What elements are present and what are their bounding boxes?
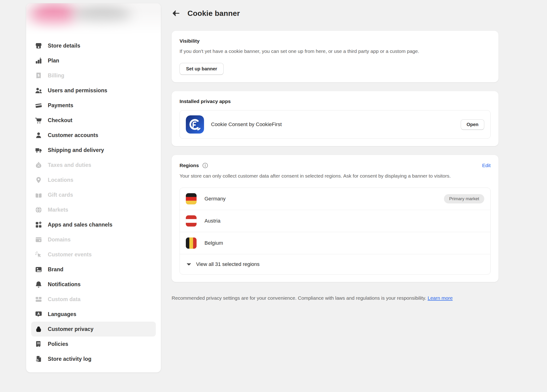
sidebar-item-customer-events: Customer events xyxy=(31,247,156,262)
flag-belgium-icon xyxy=(186,237,197,249)
sidebar-item-label: Gift cards xyxy=(48,192,73,198)
sidebar-item-label: Languages xyxy=(48,311,76,318)
svg-text:$: $ xyxy=(37,73,40,77)
sidebar-item-label: Store activity log xyxy=(48,356,91,362)
chevron-down-icon xyxy=(186,261,192,267)
sidebar-item-store-activity-log[interactable]: Store activity log xyxy=(31,351,156,366)
regions-card-title: Regions xyxy=(179,163,199,168)
set-up-banner-button[interactable]: Set up banner xyxy=(179,63,224,75)
main-content: Cookie banner Visibility If you don't ye… xyxy=(172,0,499,303)
store-header-blurred xyxy=(26,3,161,34)
sidebar-item-label: Customer events xyxy=(48,251,92,258)
sidebar-item-label: Customer privacy xyxy=(48,326,94,332)
sidebar-item-store-details[interactable]: Store details xyxy=(31,38,156,53)
region-name: Austria xyxy=(205,218,484,224)
sidebar-item-languages[interactable]: A Languages xyxy=(31,307,156,322)
sidebar-item-label: Taxes and duties xyxy=(48,162,91,168)
location-pin-icon xyxy=(35,176,42,184)
settings-nav: Store details Plan $ Billing Users and p… xyxy=(26,34,161,366)
sidebar-item-label: Notifications xyxy=(48,281,81,288)
edit-regions-link[interactable]: Edit xyxy=(482,163,491,168)
bell-icon xyxy=(35,281,42,288)
sidebar-item-label: Billing xyxy=(48,73,64,79)
primary-market-badge: Primary market xyxy=(444,194,484,203)
info-icon[interactable] xyxy=(202,162,208,169)
open-app-button[interactable]: Open xyxy=(461,119,484,130)
page-title: Cookie banner xyxy=(187,9,240,18)
sidebar-item-label: Checkout xyxy=(48,117,73,123)
sidebar-item-label: Brand xyxy=(48,266,63,273)
privacy-apps-card: Installed privacy apps Cookie Consent by… xyxy=(172,91,499,146)
apps-icon xyxy=(35,221,42,228)
svg-text:A: A xyxy=(37,312,40,315)
lock-icon xyxy=(35,325,42,333)
globe-icon xyxy=(35,206,42,214)
sidebar-item-customer-accounts[interactable]: Customer accounts xyxy=(31,128,156,143)
flag-austria-icon xyxy=(186,215,197,227)
region-name: Belgium xyxy=(205,240,484,246)
sidebar-item-notifications[interactable]: Notifications xyxy=(31,277,156,292)
regions-list: Germany Primary market Austria Belgium V… xyxy=(179,188,491,275)
sidebar-item-markets: Markets xyxy=(31,202,156,217)
back-button[interactable] xyxy=(172,9,180,18)
sidebar-item-users-and-permissions[interactable]: Users and permissions xyxy=(31,83,156,98)
sidebar-item-payments[interactable]: Payments xyxy=(31,98,156,113)
billing-icon: $ xyxy=(35,72,42,79)
domains-icon xyxy=(35,236,42,243)
regions-card: Regions Edit Your store can only collect… xyxy=(172,155,499,282)
users-icon xyxy=(35,87,42,94)
privacy-app-row: Cookie Consent by CookieFirst Open xyxy=(179,110,491,139)
visibility-card: Visibility If you don't yet have a cooki… xyxy=(172,31,499,82)
view-all-regions-label: View all 31 selected regions xyxy=(196,261,260,267)
payments-icon xyxy=(35,102,42,109)
sidebar-item-domains: Domains xyxy=(31,232,156,247)
sidebar-item-plan[interactable]: Plan xyxy=(31,53,156,68)
page-header: Cookie banner xyxy=(172,9,499,18)
sidebar-item-brand[interactable]: Brand xyxy=(31,262,156,277)
person-icon xyxy=(35,132,42,139)
sidebar-item-label: Customer accounts xyxy=(48,132,98,138)
sidebar-item-label: Policies xyxy=(48,341,68,347)
footer-disclaimer: Recommended privacy settings are for you… xyxy=(172,293,477,303)
sidebar-item-label: Markets xyxy=(48,207,68,213)
sidebar-item-label: Store details xyxy=(48,43,80,49)
sidebar-item-label: Plan xyxy=(48,58,59,64)
sidebar-item-label: Apps and sales channels xyxy=(48,222,112,228)
learn-more-link[interactable]: Learn more xyxy=(428,295,452,301)
sidebar-item-apps-and-sales-channels[interactable]: Apps and sales channels xyxy=(31,217,156,232)
sidebar-item-checkout[interactable]: Checkout xyxy=(31,113,156,128)
regions-card-body: Your store can only collect customer dat… xyxy=(179,171,485,181)
cart-icon xyxy=(35,117,42,124)
store-logo-blurred xyxy=(30,4,77,31)
truck-icon xyxy=(35,147,42,154)
policy-icon xyxy=(35,340,42,348)
sidebar-item-gift-cards: Gift cards xyxy=(31,187,156,202)
activity-log-icon xyxy=(35,355,42,363)
privacy-app-name: Cookie Consent by CookieFirst xyxy=(211,122,461,128)
sidebar-item-shipping-and-delivery[interactable]: Shipping and delivery xyxy=(31,143,156,157)
database-icon xyxy=(35,296,42,303)
sidebar-item-label: Custom data xyxy=(48,296,81,303)
sidebar-item-customer-privacy[interactable]: Customer privacy xyxy=(31,322,156,337)
sidebar-item-label: Domains xyxy=(48,237,71,243)
privacy-apps-card-title: Installed privacy apps xyxy=(179,99,491,104)
cookiefirst-logo xyxy=(186,115,204,134)
sidebar-item-locations: Locations xyxy=(31,172,156,187)
store-icon xyxy=(35,42,42,49)
regions-rows: Germany Primary market Austria Belgium xyxy=(180,188,490,254)
flag-germany-icon xyxy=(186,193,197,204)
cursor-icon xyxy=(35,251,42,258)
region-name: Germany xyxy=(205,196,444,202)
footer-text: Recommended privacy settings are for you… xyxy=(172,295,426,301)
visibility-card-body: If you don't yet have a cookie banner, y… xyxy=(179,47,485,56)
gift-card-icon xyxy=(35,191,42,199)
taxes-icon xyxy=(35,162,42,169)
regions-card-header: Regions Edit xyxy=(179,162,491,169)
store-name-blurred xyxy=(73,7,131,27)
sidebar-item-policies[interactable]: Policies xyxy=(31,337,156,351)
region-row-austria: Austria xyxy=(180,210,490,232)
sidebar-item-label: Locations xyxy=(48,177,74,183)
settings-sidebar: Store details Plan $ Billing Users and p… xyxy=(26,3,161,372)
view-all-regions-button[interactable]: View all 31 selected regions xyxy=(180,254,490,274)
plan-icon xyxy=(35,57,42,64)
